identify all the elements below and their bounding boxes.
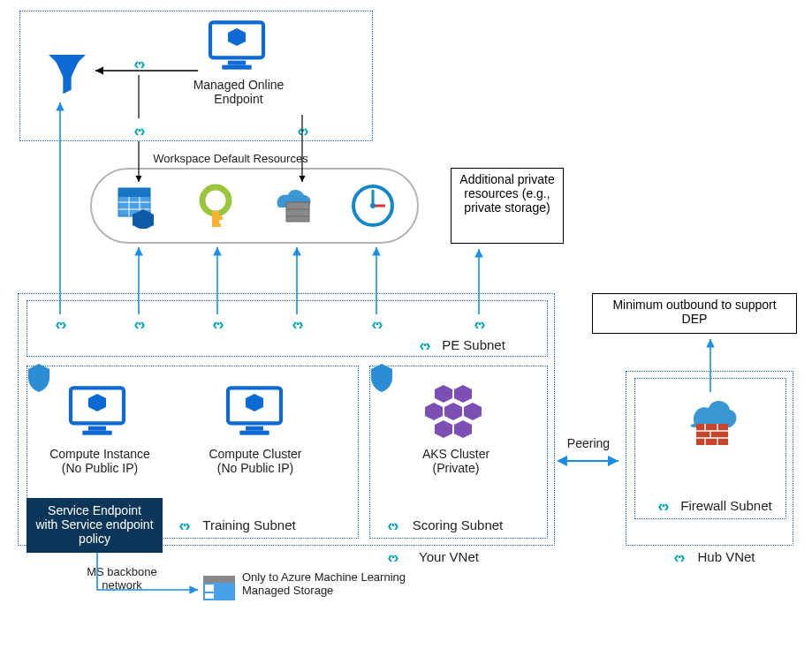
endpoint-label: Managed Online Endpoint	[186, 78, 292, 106]
svg-rect-24	[246, 426, 263, 431]
svg-rect-12	[216, 216, 223, 220]
pe-icon	[286, 316, 307, 334]
shield-icon	[25, 362, 53, 396]
compute-instance-label: Compute Instance (No Public IP)	[42, 447, 157, 475]
pe-icon	[128, 56, 149, 73]
ml-workspace-icon	[42, 49, 92, 101]
additional-text: Additional private resources (e.g., priv…	[459, 172, 554, 215]
training-subnet-label: Training Subnet	[196, 517, 302, 532]
svg-rect-1	[228, 61, 246, 65]
pe-icon	[414, 337, 435, 355]
pe-icon	[366, 316, 387, 334]
svg-point-19	[370, 203, 376, 208]
aks-label: AKS Cluster (Private)	[412, 447, 500, 475]
svg-rect-27	[696, 424, 728, 445]
keyvault-icon	[193, 183, 239, 231]
compute-instance-icon	[67, 385, 127, 441]
storage-icon	[113, 183, 163, 231]
additional-resources-box: Additional private resources (e.g., priv…	[451, 168, 564, 244]
appinsights-icon	[350, 183, 396, 231]
endpoint-icon	[207, 19, 267, 75]
svg-rect-21	[88, 426, 106, 431]
service-endpoint-box: Service Endpoint with Service endpoint p…	[27, 498, 163, 553]
peering-arrow	[555, 454, 626, 472]
storage-note-label: Only to Azure Machine Learning Managed S…	[242, 570, 410, 597]
pe-icon	[292, 123, 313, 140]
svg-rect-2	[222, 65, 251, 70]
firewall-label: Firewall Subnet	[673, 498, 779, 513]
pe-icon	[128, 123, 149, 140]
shield-icon	[368, 362, 396, 396]
hub-vnet-label: Hub VNet	[691, 549, 762, 564]
pe-icon	[382, 549, 403, 567]
pe-icon	[668, 549, 689, 567]
svg-rect-25	[239, 431, 269, 435]
svg-rect-14	[286, 202, 309, 222]
ws-resources-label: Workspace Default Resources	[142, 152, 319, 165]
acr-icon	[269, 183, 318, 231]
pe-icon	[173, 517, 194, 535]
compute-cluster-icon	[224, 385, 285, 441]
pe-icon	[382, 517, 403, 535]
aks-cluster-icon	[422, 381, 489, 446]
svg-point-10	[202, 187, 229, 214]
svg-rect-37	[205, 585, 214, 592]
svg-rect-13	[216, 223, 221, 227]
svg-rect-5	[118, 188, 150, 197]
service-endpoint-text: Service Endpoint with Service endpoint p…	[35, 503, 153, 546]
pe-icon	[49, 316, 71, 334]
pe-icon	[207, 316, 228, 334]
compute-cluster-label: Compute Cluster (No Public IP)	[198, 447, 313, 475]
outbound-box: Minimum outbound to support DEP	[592, 293, 797, 334]
peering-label: Peering	[562, 436, 615, 450]
scoring-subnet-label: Scoring Subnet	[405, 517, 511, 532]
outbound-text: Minimum outbound to support DEP	[612, 298, 776, 326]
pe-icon	[468, 316, 489, 334]
pe-subnet-label: PE Subnet	[438, 337, 509, 352]
ms-backbone-label: MS backbone network	[78, 565, 166, 592]
managed-storage-icon	[200, 572, 239, 610]
firewall-icon	[679, 392, 742, 455]
svg-rect-22	[82, 431, 111, 435]
pe-icon	[652, 498, 673, 516]
pe-icon	[128, 316, 149, 334]
svg-rect-38	[205, 593, 214, 599]
vnet-label: Your VNet	[405, 549, 493, 564]
svg-rect-36	[203, 576, 235, 583]
